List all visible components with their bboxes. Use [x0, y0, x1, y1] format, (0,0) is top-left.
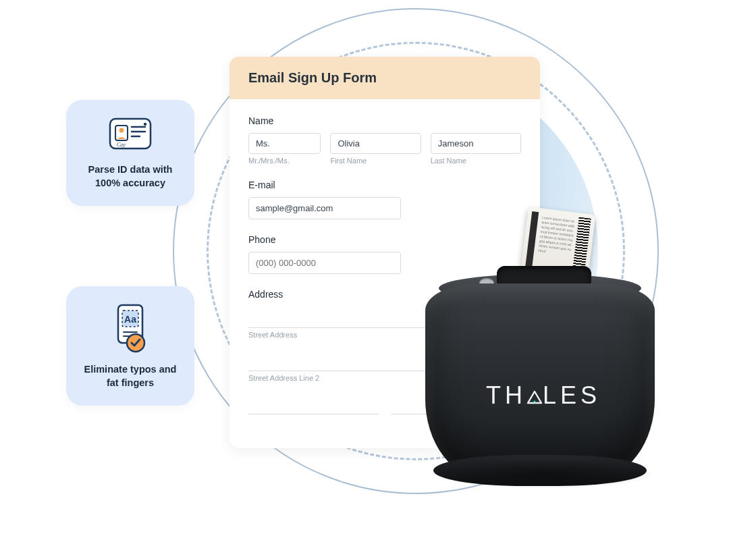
email-input[interactable] [248, 197, 401, 219]
email-label: E-mail [248, 180, 521, 190]
svg-point-1 [144, 123, 146, 126]
svg-point-3 [119, 128, 124, 133]
street-hint: Street Address [248, 331, 297, 339]
feature-card-parse: Cay Parse ID data with 100% accuracy [66, 100, 194, 206]
title-hint: Mr./Mrs./Ms. [248, 157, 321, 165]
email-section: E-mail [248, 180, 521, 219]
device-brand-logo: THLES [418, 381, 668, 411]
street2-hint: Street Address Line 2 [248, 374, 319, 382]
spellcheck-icon: Aa [80, 302, 181, 354]
city-input[interactable] [248, 393, 379, 414]
title-input[interactable] [248, 133, 321, 154]
svg-text:Cay: Cay [117, 142, 126, 148]
id-card-icon: Cay [80, 116, 181, 154]
svg-text:Aa: Aa [124, 314, 136, 325]
scanner-device: Lorem ipsum dolor sit amet consectetur a… [418, 223, 668, 486]
form-title: Email Sign Up Form [248, 70, 521, 86]
feature-card-typos: Aa Eliminate typos and fat fingers [66, 286, 194, 406]
form-header: Email Sign Up Form [230, 57, 540, 99]
name-label: Name [248, 115, 521, 126]
first-name-hint: First Name [330, 157, 421, 165]
phone-input[interactable] [248, 252, 401, 274]
last-name-input[interactable] [431, 133, 521, 154]
last-name-hint: Last Name [431, 157, 521, 165]
feature-typos-text: Eliminate typos and fat fingers [80, 363, 181, 389]
name-section: Name Mr./Mrs./Ms. First Name Last Name [248, 115, 521, 165]
feature-parse-text: Parse ID data with 100% accuracy [80, 163, 181, 190]
svg-point-14 [533, 401, 535, 403]
first-name-input[interactable] [330, 133, 421, 154]
